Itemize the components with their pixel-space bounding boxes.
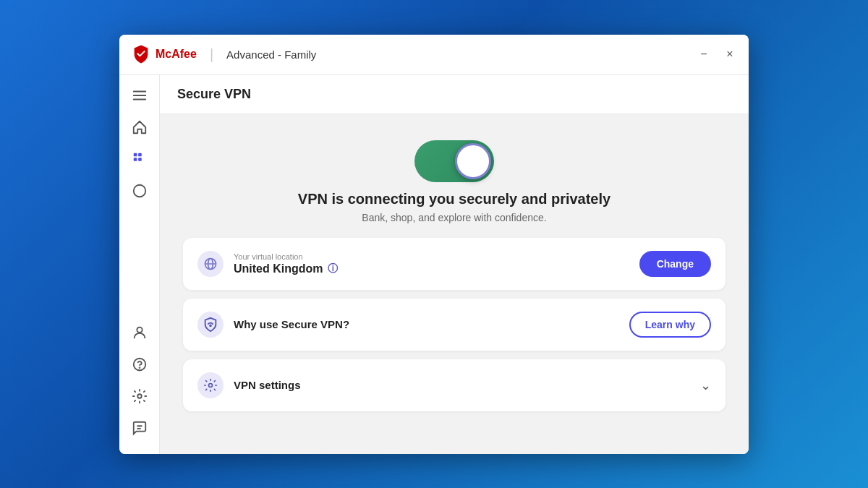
help-icon — [132, 356, 148, 372]
location-icon — [197, 251, 224, 277]
why-vpn-text: Why use Secure VPN? — [234, 318, 349, 330]
location-content: Your virtual location United Kingdom ⓘ — [234, 252, 639, 275]
toggle-thumb — [455, 143, 491, 179]
svg-rect-4 — [138, 153, 142, 156]
page-title: Secure VPN — [177, 87, 731, 102]
chevron-down-icon: ⌄ — [700, 377, 711, 393]
sidebar-bottom — [125, 318, 154, 448]
toggle-track — [414, 140, 494, 182]
sidebar-item-settings[interactable] — [125, 382, 154, 411]
vpn-status-title: VPN is connecting you securely and priva… — [298, 191, 610, 207]
vpn-toggle[interactable] — [414, 140, 494, 182]
mcafee-brand-text: McAfee — [156, 48, 197, 61]
shield-wifi-icon — [203, 317, 218, 333]
app-window: McAfee | Advanced - Family − × — [119, 35, 749, 454]
sidebar-item-feedback[interactable] — [125, 414, 154, 442]
mcafee-logo: McAfee — [131, 44, 197, 64]
window-controls: − × — [697, 47, 737, 61]
change-location-button[interactable]: Change — [639, 251, 711, 277]
svg-point-18 — [209, 383, 213, 387]
sidebar-item-home[interactable] — [125, 113, 154, 142]
main-layout: Secure VPN VPN is connecting you securel… — [119, 75, 749, 454]
content-body: VPN is connecting you securely and priva… — [160, 114, 749, 454]
content-header: Secure VPN — [160, 75, 749, 114]
svg-point-11 — [137, 394, 142, 398]
svg-rect-5 — [133, 158, 137, 161]
feedback-icon — [132, 420, 148, 436]
circle-icon — [132, 183, 148, 199]
sidebar-item-circle[interactable] — [125, 176, 154, 205]
globe-icon — [203, 257, 218, 271]
settings-icon — [132, 388, 148, 404]
learn-why-button[interactable]: Learn why — [629, 312, 711, 338]
sidebar-top — [125, 81, 154, 318]
location-card: Your virtual location United Kingdom ⓘ C… — [183, 238, 726, 290]
content-area: Secure VPN VPN is connecting you securel… — [160, 75, 749, 454]
svg-point-17 — [210, 325, 211, 326]
location-label: Your virtual location — [234, 252, 639, 261]
sidebar-item-account[interactable] — [125, 318, 154, 347]
svg-rect-6 — [138, 158, 142, 161]
sidebar — [119, 75, 160, 454]
vpn-toggle-section — [414, 140, 494, 182]
why-vpn-icon — [197, 312, 224, 338]
gear-icon — [203, 378, 218, 393]
sidebar-item-menu[interactable] — [125, 81, 154, 110]
location-value: United Kingdom ⓘ — [234, 262, 639, 275]
info-icon[interactable]: ⓘ — [328, 262, 338, 275]
account-icon — [132, 325, 148, 341]
sidebar-item-apps[interactable] — [125, 145, 154, 174]
why-vpn-card[interactable]: Why use Secure VPN? Learn why — [183, 299, 726, 351]
minimize-button[interactable]: − — [697, 47, 711, 61]
svg-rect-3 — [133, 153, 137, 156]
svg-point-7 — [133, 184, 145, 197]
vpn-settings-icon — [197, 372, 224, 398]
home-icon — [132, 119, 148, 135]
vpn-settings-card[interactable]: VPN settings ⌄ — [183, 359, 726, 411]
svg-point-8 — [137, 327, 142, 332]
apps-icon — [132, 151, 148, 167]
location-country: United Kingdom — [234, 262, 323, 275]
mcafee-shield-icon — [131, 44, 151, 64]
menu-icon — [132, 87, 148, 103]
sidebar-item-help[interactable] — [125, 350, 154, 379]
close-button[interactable]: × — [723, 47, 737, 61]
title-bar-left: McAfee | Advanced - Family — [131, 44, 697, 64]
vpn-settings-text: VPN settings — [234, 379, 301, 391]
title-divider: | — [210, 46, 213, 63]
vpn-status-sub: Bank, shop, and explore with confidence. — [362, 212, 546, 223]
svg-point-10 — [139, 367, 140, 368]
title-bar: McAfee | Advanced - Family − × — [119, 35, 749, 75]
product-title: Advanced - Family — [226, 48, 316, 61]
